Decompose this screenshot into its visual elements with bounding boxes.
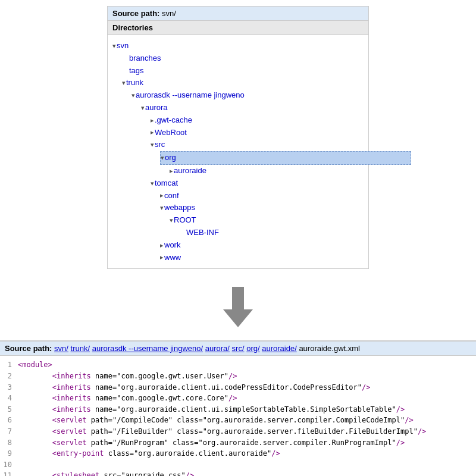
code-line: 8 <servlet path="/RunProgram" class="org… — [0, 437, 476, 449]
code-line: 11 <stylesheet src="auroraide.css"/> — [0, 470, 476, 476]
tree-toggle-work[interactable]: ▸ — [160, 242, 164, 249]
tree-item-conf[interactable]: ▸conf — [160, 190, 364, 202]
down-arrow-icon — [220, 287, 256, 328]
tree-link-WebRoot[interactable]: WebRoot — [155, 127, 187, 139]
tree-item-work[interactable]: ▸work — [160, 239, 364, 252]
tree-toggle-aurorasdk[interactable]: ▾ — [131, 92, 135, 99]
tree-toggle-auroraide[interactable]: ▸ — [170, 167, 173, 175]
tree-toggle-conf[interactable]: ▸ — [160, 192, 164, 199]
breadcrumb-link[interactable]: trunk/ — [71, 344, 90, 353]
tree-link-src[interactable]: src — [155, 139, 165, 151]
tree-toggle-org[interactable]: ▾ — [161, 154, 164, 162]
tree-toggle-svn[interactable]: ▾ — [112, 42, 116, 50]
tree-link-org[interactable]: org — [165, 152, 411, 164]
tree-link-webapps[interactable]: webapps — [164, 202, 195, 214]
tree-link-aurora[interactable]: aurora — [145, 102, 168, 114]
tree-item-tags[interactable]: tags — [122, 65, 364, 77]
tree-link-trunk[interactable]: trunk — [126, 77, 143, 89]
line-content: <inherits name="org.auroraide.client.ui.… — [18, 404, 405, 415]
code-line: 1<module> — [0, 359, 476, 371]
tree-item-svn[interactable]: ▾svn — [112, 40, 364, 52]
tree-link-work[interactable]: work — [164, 239, 180, 252]
tree-toggle-gwt-cache[interactable]: ▸ — [151, 117, 154, 124]
code-line: 7 <servlet path="/FileBuilder" class="or… — [0, 426, 476, 437]
bottom-source-path-label: Source path: — [5, 344, 52, 353]
directories-header: Directories — [108, 21, 368, 35]
breadcrumb-link[interactable]: auroraide/ — [262, 344, 297, 353]
tree-link-branches[interactable]: branches — [129, 52, 161, 65]
tree-toggle-webapps[interactable]: ▾ — [160, 204, 164, 212]
line-content: <inherits name="org.auroraide.client.ui.… — [18, 382, 370, 393]
tree-link-aurorasdk[interactable]: aurorasdk --username jingweno — [136, 89, 245, 102]
source-path-label: Source path: — [112, 9, 159, 18]
tree-toggle-ROOT[interactable]: ▾ — [170, 217, 173, 224]
code-line: 5 <inherits name="org.auroraide.client.u… — [0, 404, 476, 415]
tree-link-tags[interactable]: tags — [129, 65, 144, 77]
arrow-container — [0, 275, 476, 340]
tree-item-www[interactable]: ▸www — [160, 252, 364, 264]
tree-link-WEB-INF[interactable]: WEB-INF — [186, 227, 219, 239]
line-number: 11 — [0, 470, 18, 476]
tree-link-gwt-cache[interactable]: .gwt-cache — [155, 114, 192, 127]
line-number: 1 — [0, 359, 18, 371]
top-source-path-bar: Source path: svn/ — [108, 7, 368, 21]
tree-link-tomcat[interactable]: tomcat — [155, 177, 178, 190]
tree-item-auroraide[interactable]: ▸auroraide — [170, 165, 364, 177]
breadcrumb-link[interactable]: src/ — [232, 344, 245, 353]
line-number: 7 — [0, 426, 18, 437]
line-number: 9 — [0, 448, 18, 459]
breadcrumb: svn/ trunk/ aurorasdk --username jingwen… — [54, 344, 299, 353]
tree-toggle-src[interactable]: ▾ — [151, 141, 154, 149]
line-number: 3 — [0, 382, 18, 393]
code-line: 2 <inherits name="com.google.gwt.user.Us… — [0, 371, 476, 382]
tree-toggle-WebRoot[interactable]: ▸ — [151, 129, 154, 136]
line-number: 5 — [0, 404, 18, 415]
line-number: 4 — [0, 393, 18, 404]
bottom-source-bar: Source path: svn/ trunk/ aurorasdk --use… — [0, 342, 476, 356]
line-content: <module> — [18, 359, 52, 371]
code-area: 1<module>2 <inherits name="com.google.gw… — [0, 356, 476, 476]
line-number: 6 — [0, 415, 18, 426]
tree-toggle-tomcat[interactable]: ▾ — [151, 180, 154, 187]
tree-item-gwt-cache[interactable]: ▸.gwt-cache — [151, 114, 364, 127]
line-number: 10 — [0, 459, 18, 471]
tree-toggle-aurora[interactable]: ▾ — [141, 104, 145, 112]
tree-toggle-trunk[interactable]: ▾ — [122, 79, 126, 87]
line-content: <servlet path="/FileBuilder" class="org.… — [18, 426, 426, 437]
source-path-value: svn/ — [162, 9, 176, 18]
code-line: 4 <inherits name="com.google.gwt.core.Co… — [0, 393, 476, 404]
line-content: <inherits name="com.google.gwt.core.Core… — [18, 393, 237, 404]
tree-item-org[interactable]: ▾org — [160, 151, 411, 165]
tree-item-trunk[interactable]: ▾trunk — [122, 77, 364, 89]
tree-item-aurorasdk[interactable]: ▾aurorasdk --username jingweno — [131, 89, 364, 102]
tree-link-conf[interactable]: conf — [164, 190, 179, 202]
tree-link-ROOT[interactable]: ROOT — [174, 214, 196, 227]
tree-link-svn[interactable]: svn — [117, 40, 129, 52]
line-content: <entry-point class="org.auroraide.client… — [18, 448, 280, 459]
tree-link-auroraide[interactable]: auroraide — [174, 165, 206, 177]
tree-item-aurora[interactable]: ▾aurora — [141, 102, 364, 114]
line-number: 2 — [0, 371, 18, 382]
tree-item-tomcat[interactable]: ▾tomcat — [151, 177, 364, 190]
tree-item-webapps[interactable]: ▾webapps — [160, 202, 364, 214]
breadcrumb-link[interactable]: org/ — [246, 344, 259, 353]
tree-item-WebRoot[interactable]: ▸WebRoot — [151, 127, 364, 139]
line-content: <servlet path="/RunProgram" class="org.a… — [18, 437, 405, 449]
breadcrumb-link[interactable]: aurorasdk --username jingweno/ — [92, 344, 203, 353]
tree-link-www[interactable]: www — [164, 252, 181, 264]
tree-item-branches[interactable]: branches — [122, 52, 364, 65]
breadcrumb-link[interactable]: svn/ — [54, 344, 68, 353]
tree-container: ▾svnbranchestags▾trunk▾aurorasdk --usern… — [108, 35, 368, 268]
code-line: 3 <inherits name="org.auroraide.client.u… — [0, 382, 476, 393]
line-number: 8 — [0, 437, 18, 449]
tree-toggle-www[interactable]: ▸ — [160, 253, 164, 261]
tree-item-ROOT[interactable]: ▾ROOT — [170, 214, 364, 227]
bottom-panel: Source path: svn/ trunk/ aurorasdk --use… — [0, 340, 476, 476]
code-line: 10 — [0, 459, 476, 471]
tree-item-src[interactable]: ▾src — [151, 139, 364, 151]
top-panel: Source path: svn/ Directories ▾svnbranch… — [107, 6, 369, 269]
line-content: <servlet path="/CompileCode" class="org.… — [18, 415, 414, 426]
svg-marker-0 — [223, 287, 253, 327]
breadcrumb-link[interactable]: aurora/ — [205, 344, 230, 353]
tree-item-WEB-INF[interactable]: WEB-INF — [179, 227, 364, 239]
